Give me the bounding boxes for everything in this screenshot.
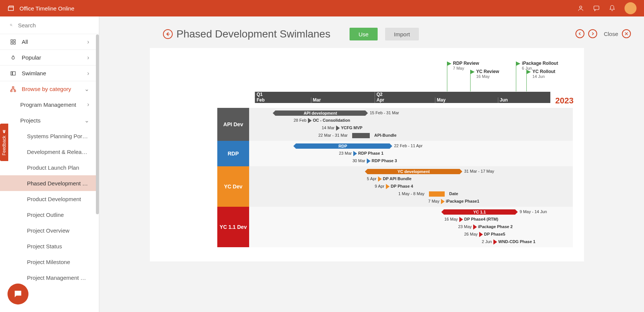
- milestone-date: 23 Mar: [339, 151, 352, 155]
- sidebar-leaf[interactable]: Project Status: [0, 238, 99, 254]
- chevron-icon: [308, 118, 312, 123]
- milestone-label: OC - Consolidation: [313, 118, 350, 122]
- sidebar-leaf-label: Project Milestone: [27, 259, 70, 265]
- task-bar: 22 Mar - 31 MarAPI-Bundle: [352, 133, 370, 138]
- chat-fab[interactable]: [7, 284, 28, 305]
- svg-rect-5: [13, 40, 15, 42]
- sidebar: All › Popular › Swimlane › Browse by cat…: [0, 16, 99, 312]
- subnav-projects-label: Projects: [20, 117, 40, 124]
- nav-popular[interactable]: Popular ›: [0, 49, 99, 65]
- nav-all[interactable]: All ›: [0, 34, 99, 49]
- milestone-label: WND-CDG Phase 1: [498, 239, 535, 244]
- template-title: Phased Development Swimlanes: [176, 28, 330, 40]
- svg-rect-6: [11, 42, 13, 44]
- chevron-right-icon: ›: [87, 39, 89, 45]
- svg-rect-12: [14, 90, 16, 91]
- prev-template-button[interactable]: [575, 29, 584, 38]
- sidebar-leaf-label: Systems Planning Portfolio: [27, 133, 89, 139]
- swimlane-icon: [10, 70, 16, 76]
- lane-milestone: 26 MayDP Phase5: [479, 232, 505, 237]
- task-dates: 22 Mar - 31 Mar: [318, 133, 348, 138]
- task-bar: YC development31 Mar - 17 May: [368, 169, 460, 174]
- swimlane-body: API development15 Feb - 31 Mar28 FebOC -…: [249, 108, 573, 141]
- nav-all-label: All: [22, 39, 28, 45]
- sidebar-leaf-label: Phased Development Swi...: [27, 180, 89, 187]
- milestone-label: iPackage Phase1: [446, 199, 479, 203]
- import-button[interactable]: Import: [385, 28, 419, 40]
- swimlane-body: YC development31 Mar - 17 May5 AprDP API…: [249, 166, 573, 207]
- milestone-label: DP Phase4 (RTM): [464, 217, 498, 221]
- sidebar-leaf[interactable]: Systems Planning Portfolio: [0, 128, 99, 144]
- chevron-icon: [336, 125, 340, 131]
- chevron-icon: [473, 224, 477, 230]
- nav-browse-category[interactable]: Browse by category ⌄: [0, 81, 99, 97]
- milestone-date: 5 Apr: [367, 176, 377, 181]
- close-label: Close: [604, 31, 618, 37]
- svg-rect-0: [8, 7, 13, 10]
- topbar: Office Timeline Online: [0, 0, 644, 16]
- sidebar-leaf-label: Product Development: [27, 196, 81, 202]
- flag-icon: [447, 61, 451, 66]
- swimlane: YC 1.1 DevYC 1.19 May - 14 Jun16 MayDP P…: [217, 207, 573, 247]
- svg-rect-8: [11, 72, 12, 75]
- svg-point-1: [580, 6, 582, 8]
- subnav-projects[interactable]: Projects ⌄: [0, 112, 99, 128]
- sidebar-scrollbar[interactable]: [96, 34, 99, 225]
- lane-milestone: 30 MarRDP Phase 3: [367, 158, 397, 164]
- flag-icon: [516, 61, 520, 66]
- bell-icon[interactable]: [609, 5, 616, 12]
- svg-rect-10: [12, 87, 14, 88]
- nav-swimlane[interactable]: Swimlane ›: [0, 65, 99, 81]
- milestone-date: 16 May: [444, 217, 458, 221]
- feedback-tab[interactable]: Feedback: [0, 124, 8, 161]
- month-label: May: [435, 97, 445, 103]
- milestone-label: DP Phase5: [484, 232, 505, 236]
- chevron-icon: [353, 151, 357, 156]
- swimlane-label: YC 1.1 Dev: [217, 207, 249, 247]
- chevron-icon: [367, 158, 371, 164]
- chevron-right-icon: ›: [87, 54, 89, 61]
- user-icon[interactable]: [577, 5, 584, 12]
- swimlane: API DevAPI development15 Feb - 31 Mar28 …: [217, 108, 573, 141]
- sidebar-leaf-label: Product Launch Plan: [27, 164, 79, 171]
- use-button[interactable]: Use: [350, 28, 378, 40]
- sidebar-leaf[interactable]: Development & Release S...: [0, 144, 99, 160]
- megaphone-icon: [2, 129, 6, 134]
- sidebar-leaf[interactable]: Product Development: [0, 191, 99, 207]
- search-input[interactable]: [18, 22, 89, 28]
- sitemap-icon: [10, 86, 16, 92]
- milestone-title: RDP Review: [453, 61, 479, 66]
- time-axis: Q1Q2FebMarAprMayJun: [255, 92, 550, 103]
- lane-milestone: 5 AprDP API Bundle: [378, 176, 411, 182]
- swimlane: YC DevYC development31 Mar - 17 May5 Apr…: [217, 166, 573, 207]
- arrow-left-icon: [165, 31, 170, 37]
- subnav-program-mgmt[interactable]: Program Management ›: [0, 97, 99, 112]
- search-row[interactable]: [0, 16, 99, 34]
- milestone-date: 26 May: [464, 232, 478, 236]
- avatar[interactable]: [625, 2, 637, 14]
- milestone-title: YC Rollout: [532, 69, 555, 74]
- milestone-date: 9 Apr: [375, 184, 384, 188]
- chevron-left-icon: [578, 32, 582, 36]
- sidebar-leaf[interactable]: Project Management Pro...: [0, 270, 99, 285]
- chat-icon[interactable]: [593, 5, 600, 12]
- task-label: API-Bundle: [374, 133, 396, 138]
- close-button[interactable]: [622, 29, 631, 38]
- flag-icon: [470, 70, 475, 74]
- back-button[interactable]: [163, 29, 173, 39]
- close-icon: [624, 31, 629, 36]
- sidebar-leaf[interactable]: Project Milestone: [0, 254, 99, 270]
- sidebar-leaf[interactable]: Project Outline: [0, 207, 99, 222]
- sidebar-leaf[interactable]: Product Launch Plan: [0, 160, 99, 175]
- milestone-date: 2 Jun: [482, 239, 492, 244]
- chevron-icon: [386, 184, 390, 189]
- next-template-button[interactable]: [588, 29, 597, 38]
- month-label: Apr: [375, 97, 384, 103]
- lane-milestone: 14 MarYCFG MVP: [336, 125, 362, 131]
- chat-bubble-icon: [13, 289, 23, 299]
- sidebar-leaf-label: Development & Release S...: [27, 149, 89, 155]
- milestone-date: 7 May: [453, 66, 464, 70]
- sidebar-leaf[interactable]: Phased Development Swi...: [0, 175, 99, 191]
- quarter-label: Q1: [255, 92, 375, 97]
- sidebar-leaf[interactable]: Project Overview: [0, 222, 99, 238]
